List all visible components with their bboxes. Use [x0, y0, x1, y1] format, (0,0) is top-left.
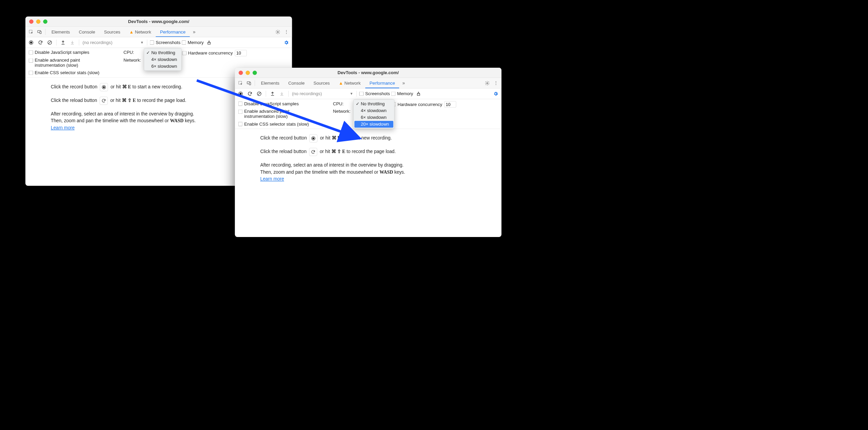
warning-icon: ▲ — [339, 81, 343, 86]
upload-icon[interactable] — [59, 38, 67, 46]
tab-sources[interactable]: Sources — [100, 27, 125, 37]
hw-concurrency-checkbox[interactable]: Hardware concurrency — [182, 50, 233, 56]
perf-toolbar: (no recordings) ▼ Screenshots Memory — [235, 88, 502, 99]
kebab-menu-icon[interactable]: ⋮ — [492, 79, 500, 87]
cpu-option-4x[interactable]: 4× slowdown — [144, 56, 181, 63]
tab-elements[interactable]: Elements — [257, 78, 284, 88]
disable-js-checkbox[interactable]: Disable JavaScript samples — [238, 101, 309, 106]
kebab-menu-icon[interactable]: ⋮ — [282, 28, 290, 36]
panel-settings-icon[interactable] — [282, 38, 290, 46]
svg-point-23 — [312, 137, 314, 139]
device-toggle-icon[interactable] — [245, 79, 253, 87]
more-tabs-icon[interactable]: » — [399, 79, 408, 87]
more-tabs-icon[interactable]: » — [190, 28, 198, 36]
cpu-throttle-dropdown[interactable]: No throttling 4× slowdown 6× slowdown 20… — [353, 100, 394, 129]
record-button[interactable] — [27, 38, 35, 46]
tab-performance[interactable]: Performance — [365, 78, 399, 88]
learn-more-link[interactable]: Learn more — [51, 125, 74, 130]
cpu-label: CPU: — [124, 50, 134, 55]
svg-rect-2 — [40, 31, 41, 34]
chevron-down-icon: ▼ — [350, 92, 353, 95]
record-icon — [309, 134, 318, 143]
clear-button[interactable] — [46, 38, 54, 46]
cpu-option-no-throttling[interactable]: No throttling — [144, 49, 181, 56]
tab-elements[interactable]: Elements — [47, 27, 74, 37]
main-tabstrip: Elements Console Sources ▲Network Perfor… — [235, 78, 502, 88]
panel-settings-icon[interactable] — [492, 90, 500, 98]
svg-rect-8 — [208, 42, 211, 44]
reload-button[interactable] — [246, 90, 254, 98]
network-label: Network: — [124, 58, 141, 63]
titlebar: DevTools - www.google.com/ — [25, 17, 292, 27]
svg-point-5 — [30, 41, 32, 43]
screenshots-checkbox[interactable]: Screenshots — [150, 40, 180, 45]
window-title: DevTools - www.google.com/ — [25, 19, 292, 24]
recording-select-label: (no recordings) — [83, 40, 112, 45]
reload-button[interactable] — [37, 38, 45, 46]
memory-checkbox[interactable]: Memory — [391, 91, 413, 96]
device-toggle-icon[interactable] — [36, 28, 44, 36]
css-stats-checkbox[interactable]: Enable CSS selector stats (slow) — [29, 70, 100, 76]
capture-settings: Disable JavaScript samples Enable advanc… — [235, 99, 502, 129]
inspect-icon[interactable] — [27, 28, 35, 36]
cpu-throttle-dropdown[interactable]: No throttling 4× slowdown 6× slowdown — [144, 48, 181, 71]
screenshots-checkbox[interactable]: Screenshots — [359, 91, 390, 96]
download-icon[interactable] — [68, 38, 77, 46]
chevron-down-icon: ▼ — [140, 41, 144, 44]
download-icon[interactable] — [278, 90, 286, 98]
svg-line-7 — [48, 41, 51, 44]
main-tabstrip: Elements Console Sources ▲Network Perfor… — [25, 27, 292, 37]
cpu-option-20x[interactable]: 20× slowdown — [354, 121, 393, 128]
cpu-option-6x[interactable]: 6× slowdown — [144, 63, 181, 70]
tab-performance[interactable]: Performance — [156, 27, 190, 37]
separator — [45, 29, 46, 35]
svg-rect-14 — [249, 82, 251, 85]
advanced-paint-checkbox[interactable]: Enable advanced paint instrumentation (s… — [238, 109, 309, 119]
record-button[interactable] — [237, 90, 245, 98]
clear-button[interactable] — [255, 90, 263, 98]
cpu-label: CPU: — [333, 101, 344, 106]
record-icon — [100, 83, 108, 91]
hw-concurrency-checkbox[interactable]: Hardware concurrency — [392, 102, 442, 107]
cpu-option-4x[interactable]: 4× slowdown — [353, 107, 394, 114]
learn-more-link[interactable]: Learn more — [260, 176, 284, 182]
tab-sources[interactable]: Sources — [309, 78, 334, 88]
recording-select[interactable]: (no recordings) ▼ — [82, 40, 145, 46]
svg-point-3 — [277, 31, 279, 33]
svg-point-15 — [487, 82, 488, 84]
reload-icon — [309, 148, 317, 156]
devtools-window-after: DevTools - www.google.com/ Elements Cons… — [235, 68, 502, 237]
warning-icon: ▲ — [129, 29, 134, 35]
cpu-option-6x[interactable]: 6× slowdown — [353, 114, 394, 121]
tab-console[interactable]: Console — [284, 78, 309, 88]
svg-point-11 — [103, 86, 105, 88]
recording-select[interactable]: (no recordings) ▼ — [291, 91, 354, 97]
disable-js-checkbox[interactable]: Disable JavaScript samples — [29, 50, 100, 55]
tab-network[interactable]: ▲Network — [125, 27, 155, 37]
hw-concurrency-input[interactable] — [444, 101, 456, 108]
gc-icon[interactable] — [414, 90, 422, 98]
network-label: Network: — [333, 109, 351, 114]
cpu-option-no-throttling[interactable]: No throttling — [353, 101, 394, 107]
reload-icon — [100, 97, 108, 105]
upload-icon[interactable] — [268, 90, 277, 98]
css-stats-checkbox[interactable]: Enable CSS selector stats (slow) — [238, 122, 309, 127]
svg-line-19 — [258, 92, 261, 95]
hw-concurrency-input[interactable] — [235, 50, 247, 57]
tab-console[interactable]: Console — [74, 27, 99, 37]
svg-rect-20 — [417, 94, 420, 95]
window-title: DevTools - www.google.com/ — [235, 70, 502, 75]
titlebar: DevTools - www.google.com/ — [235, 68, 502, 78]
tab-network[interactable]: ▲Network — [334, 78, 365, 88]
advanced-paint-checkbox[interactable]: Enable advanced paint instrumentation (s… — [29, 58, 100, 68]
memory-checkbox[interactable]: Memory — [182, 40, 204, 45]
instructions: Click the record button or hit ⌘ E to st… — [235, 129, 502, 194]
perf-toolbar: (no recordings) ▼ Screenshots Memory — [25, 37, 292, 48]
svg-point-17 — [240, 92, 242, 94]
gc-icon[interactable] — [205, 38, 213, 46]
inspect-icon[interactable] — [237, 79, 245, 87]
settings-gear-icon[interactable] — [483, 79, 492, 87]
settings-gear-icon[interactable] — [274, 28, 282, 36]
